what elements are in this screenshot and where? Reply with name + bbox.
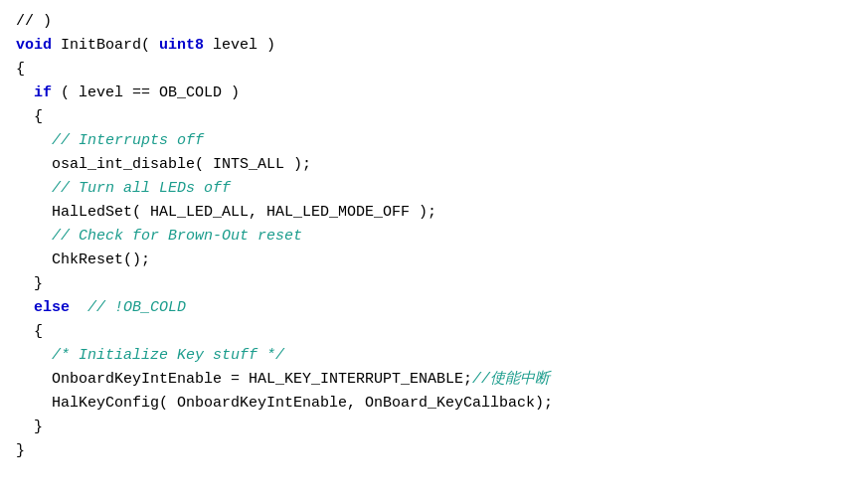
code-text [16,299,34,316]
code-line-7: osal_int_disable( INTS_ALL ); [16,153,844,177]
code-text: osal_int_disable( INTS_ALL ); [16,156,311,173]
code-text: { [16,61,25,78]
code-text: ChkReset(); [16,252,150,268]
code-text [70,299,87,316]
code-line-11: ChkReset(); [16,249,844,272]
code-text: // ) [16,13,52,30]
code-text: level ) [204,37,275,54]
code-line-15: /* Initialize Key stuff */ [16,344,844,368]
keyword-else: else [34,299,70,316]
code-container: // ) void InitBoard( uint8 level ) { if … [0,0,860,504]
code-line-9: HalLedSet( HAL_LED_ALL, HAL_LED_MODE_OFF… [16,201,844,225]
code-line-3: { [16,58,844,82]
code-line-2: void InitBoard( uint8 level ) [16,34,844,58]
code-line-6: // Interrupts off [16,129,844,153]
code-indent [16,180,52,197]
comment-chinese: //使能中断 [472,371,550,388]
code-line-17: HalKeyConfig( OnboardKeyIntEnable, OnBoa… [16,392,844,416]
code-text: OnboardKeyIntEnable = HAL_KEY_INTERRUPT_… [16,371,472,388]
code-text [16,84,34,101]
code-indent [16,347,52,364]
code-line-18: } [16,416,844,439]
code-line-1: // ) [16,10,844,34]
code-line-4: if ( level == OB_COLD ) [16,82,844,105]
code-text: { [16,323,43,340]
code-line-19: } [16,439,844,463]
code-indent [16,228,52,245]
code-text: } [16,442,25,459]
keyword-void: void [16,37,52,54]
code-text: { [16,108,43,125]
comment-init-key: /* Initialize Key stuff */ [52,347,284,364]
code-text: HalLedSet( HAL_LED_ALL, HAL_LED_MODE_OFF… [16,204,436,221]
code-text: } [16,275,43,292]
code-text: HalKeyConfig( OnboardKeyIntEnable, OnBoa… [16,395,553,412]
comment-turn-leds-off: // Turn all LEDs off [52,180,231,197]
comment-interrupts-off: // Interrupts off [52,132,204,149]
code-line-8: // Turn all LEDs off [16,177,844,201]
code-line-14: { [16,320,844,344]
code-text: ( level == OB_COLD ) [52,84,240,101]
comment-brown-out: // Check for Brown-Out reset [52,228,302,245]
code-indent [16,132,52,149]
code-line-12: } [16,272,844,296]
keyword-uint8: uint8 [159,37,204,54]
keyword-if: if [34,84,52,101]
code-line-5: { [16,105,844,129]
code-text: } [16,419,43,435]
code-text: InitBoard( [52,37,159,54]
comment-not-ob-cold: // !OB_COLD [87,299,186,316]
code-line-16: OnboardKeyIntEnable = HAL_KEY_INTERRUPT_… [16,368,844,392]
code-line-10: // Check for Brown-Out reset [16,225,844,249]
code-line-13: else // !OB_COLD [16,296,844,320]
